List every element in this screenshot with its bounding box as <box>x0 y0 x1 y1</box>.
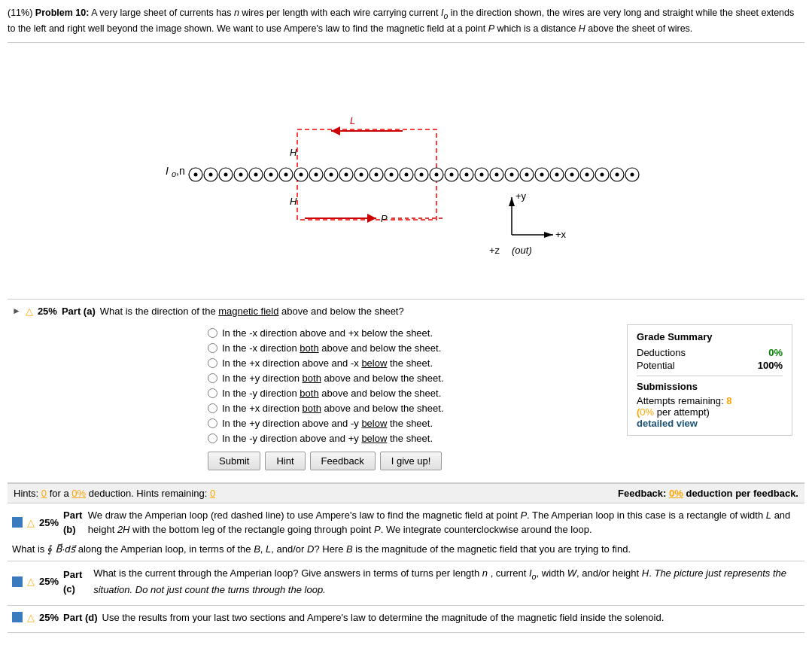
svg-text:+z: +z <box>489 245 500 256</box>
svg-point-18 <box>224 172 227 176</box>
part-d-header: △ 25% Part (d) Use the results from your… <box>12 610 800 625</box>
svg-point-26 <box>284 172 287 176</box>
svg-text:+x: +x <box>555 229 567 240</box>
radio-input-5[interactable] <box>208 388 217 398</box>
svg-point-30 <box>314 172 318 176</box>
part-c-percent: 25% <box>39 574 59 589</box>
radio-option-7[interactable]: In the +y direction above and -y below t… <box>208 418 627 429</box>
radio-label-4: In the +y direction both above and below… <box>222 373 444 384</box>
radio-options: In the -x direction above and +x below t… <box>208 327 627 444</box>
grade-divider <box>637 376 783 376</box>
svg-point-14 <box>193 172 197 176</box>
radio-option-6[interactable]: In the +x direction both above and below… <box>208 403 627 414</box>
svg-marker-77 <box>544 232 553 238</box>
grade-potential-row: Potential 100% <box>637 360 783 371</box>
part-b-question: We draw the Amperian loop (red dashed li… <box>88 508 800 537</box>
hint-button[interactable]: Hint <box>265 452 305 470</box>
potential-label: Potential <box>637 360 675 371</box>
part-d-warning-icon: △ <box>27 610 35 625</box>
part-d-collapse-icon[interactable] <box>12 612 23 622</box>
buttons-row: Submit Hint Feedback I give up! <box>208 452 627 470</box>
diagram-area: I o ,n H H L P <box>8 50 804 300</box>
deductions-value: 0% <box>768 347 783 358</box>
radio-input-1[interactable] <box>208 328 217 338</box>
hints-deduction-pct[interactable]: 0% <box>71 488 86 499</box>
submit-button[interactable]: Submit <box>208 452 260 470</box>
hints-value[interactable]: 0 <box>41 488 47 499</box>
svg-point-44 <box>419 172 423 176</box>
svg-point-16 <box>208 172 212 176</box>
part-b-header: △ 25% Part (b) We draw the Amperian loop… <box>12 508 800 537</box>
part-a-section: ► △ 25% Part (a) What is the direction o… <box>8 300 804 483</box>
per-attempt-link: 0% <box>640 406 654 418</box>
svg-point-28 <box>299 172 303 176</box>
radio-option-8[interactable]: In the -y direction above and +y below t… <box>208 433 627 444</box>
svg-point-32 <box>329 172 333 176</box>
svg-point-46 <box>434 172 438 176</box>
detailed-view-link[interactable]: detailed view <box>637 418 698 429</box>
svg-point-22 <box>254 172 257 176</box>
part-a-question: What is the direction of the magnetic fi… <box>100 306 404 317</box>
radio-label-5: In the -y direction both above and below… <box>222 388 441 399</box>
part-c-question: What is the current through the Amperian… <box>93 566 800 597</box>
feedback-per: deduction per feedback. <box>686 488 798 499</box>
svg-text:,n: ,n <box>176 165 185 177</box>
svg-point-36 <box>359 172 363 176</box>
svg-point-68 <box>600 172 604 176</box>
svg-text:I: I <box>166 165 169 177</box>
problem-number-label: Problem 10: <box>35 8 90 18</box>
problem-text: A very large sheet of currents has n wir… <box>8 8 794 34</box>
svg-point-54 <box>494 172 498 176</box>
radio-option-2[interactable]: In the -x direction both above and below… <box>208 342 627 354</box>
part-c-header: △ 25% Part (c) What is the current throu… <box>12 566 800 597</box>
grade-summary-title: Grade Summary <box>637 331 783 342</box>
part-d-percent: 25% <box>39 610 59 625</box>
part-d-label: Part (d) <box>63 610 98 625</box>
radio-input-6[interactable] <box>208 403 217 413</box>
radio-input-2[interactable] <box>208 343 217 353</box>
hints-for-label: for a <box>50 488 72 499</box>
hints-deduction-label: deduction. Hints remaining: <box>89 488 210 499</box>
svg-marker-10 <box>367 214 376 223</box>
svg-marker-74 <box>509 197 515 206</box>
radio-label-8: In the -y direction above and +y below t… <box>222 433 433 444</box>
part-c-collapse-icon[interactable] <box>12 576 23 587</box>
radio-option-1[interactable]: In the -x direction above and +x below t… <box>208 327 627 339</box>
radio-input-4[interactable] <box>208 373 217 383</box>
radio-input-8[interactable] <box>208 433 217 443</box>
feedback-label: Feedback: <box>618 488 666 499</box>
radio-option-4[interactable]: In the +y direction both above and below… <box>208 373 627 384</box>
svg-point-50 <box>464 172 468 176</box>
problem-percent: (11%) <box>8 8 32 18</box>
svg-text:H: H <box>290 196 297 207</box>
detailed-view-row: detailed view <box>637 418 783 429</box>
potential-value: 100% <box>758 360 783 371</box>
feedback-deduction: 0% <box>669 488 683 499</box>
attempts-value: 8 <box>726 395 731 406</box>
radio-option-3[interactable]: In the +x direction above and -x below t… <box>208 357 627 369</box>
svg-point-60 <box>540 172 543 176</box>
radio-option-5[interactable]: In the -y direction both above and below… <box>208 388 627 399</box>
svg-point-42 <box>404 172 408 176</box>
svg-text:L: L <box>350 115 355 126</box>
svg-point-66 <box>585 172 588 176</box>
feedback-button[interactable]: Feedback <box>310 452 376 470</box>
give-up-button[interactable]: I give up! <box>380 452 442 470</box>
svg-point-72 <box>630 172 634 176</box>
grade-summary: Grade Summary Deductions 0% Potential 10… <box>627 324 792 436</box>
part-c-section: △ 25% Part (c) What is the current throu… <box>8 561 804 605</box>
svg-text:P: P <box>381 213 388 224</box>
part-d-question: Use the results from your last two secti… <box>102 610 665 625</box>
part-b-collapse-icon[interactable] <box>12 517 23 528</box>
hints-remaining: 0 <box>210 488 215 499</box>
svg-point-62 <box>555 172 558 176</box>
svg-text:H: H <box>290 147 297 158</box>
part-a-header: ► △ 25% Part (a) What is the direction o… <box>12 306 800 317</box>
radio-input-7[interactable] <box>208 418 217 428</box>
radio-label-2: In the -x direction both above and below… <box>222 342 441 354</box>
svg-text:(out): (out) <box>512 245 532 256</box>
radio-label-3: In the +x direction above and -x below t… <box>222 357 433 369</box>
hints-feedback-bar: Hints: 0 for a 0% deduction. Hints remai… <box>8 483 804 503</box>
per-attempt-text: per attempt) <box>654 406 710 418</box>
radio-input-3[interactable] <box>208 358 217 368</box>
